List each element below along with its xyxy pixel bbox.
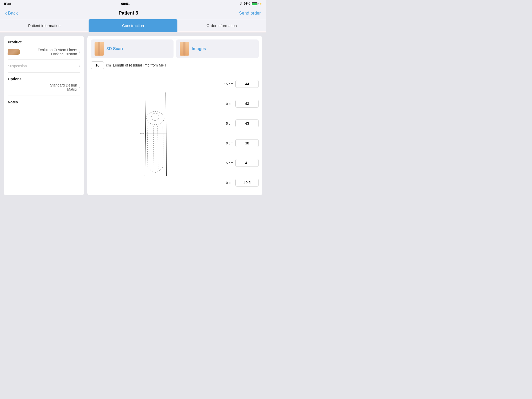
send-order-button[interactable]: Send order <box>239 11 261 16</box>
mpt-unit: cm <box>106 63 111 67</box>
status-indicators: ✗ 98% ⚡ <box>240 2 262 5</box>
svg-point-2 <box>147 111 164 124</box>
charging-icon: ⚡ <box>259 2 262 5</box>
measure-label-3: 0 cm <box>224 141 233 145</box>
scan-label: 3D Scan <box>107 46 123 51</box>
measure-label-5: 10 cm <box>224 181 233 185</box>
diagram-measurements: MPT 15 cm 10 cm 5 cm 0 cm <box>91 72 259 192</box>
options-section: Options Standard DesignMatrix › <box>8 73 80 96</box>
options-title: Options <box>8 77 80 81</box>
mpt-row: cm Length of residual limb from MPT <box>91 61 259 69</box>
images-card[interactable]: Images <box>176 39 259 58</box>
tab-bar: Patient information Construction Order i… <box>0 19 266 32</box>
notes-section: Notes <box>8 96 80 191</box>
measure-input-0[interactable] <box>235 80 259 88</box>
measurement-row-4: 5 cm <box>224 159 259 167</box>
nav-bar: ‹ Back Patient 3 Send order <box>0 7 266 19</box>
measurements-col: 15 cm 10 cm 5 cm 0 cm 5 cm <box>224 72 259 192</box>
scan-row: 3D Scan Images <box>91 39 259 58</box>
mpt-input[interactable] <box>91 61 104 69</box>
measure-input-5[interactable] <box>235 179 259 187</box>
measurement-row-1: 10 cm <box>224 100 259 108</box>
measurement-row-2: 5 cm <box>224 119 259 127</box>
left-panel: Product Evolution Custom LinersLocking C… <box>4 36 84 195</box>
measure-input-1[interactable] <box>235 100 259 108</box>
suspension-label: Suspension <box>8 64 27 68</box>
leg-diagram: MPT <box>129 88 181 176</box>
diagram-area: MPT <box>91 72 220 192</box>
page-title: Patient 3 <box>119 10 138 16</box>
scan-card[interactable]: 3D Scan <box>91 39 174 58</box>
measure-label-2: 5 cm <box>224 122 233 125</box>
scan-thumbnail <box>95 42 104 56</box>
product-title: Product <box>8 40 80 44</box>
battery-icon: ⚡ <box>252 2 262 5</box>
product-name: Evolution Custom LinersLocking Custom <box>38 48 77 56</box>
back-label: Back <box>8 11 18 16</box>
back-button[interactable]: ‹ Back <box>5 10 18 16</box>
measurement-row-5: 10 cm <box>224 179 259 187</box>
svg-line-5 <box>158 126 158 169</box>
svg-text:MPT: MPT <box>140 132 146 135</box>
back-chevron-icon: ‹ <box>5 10 7 16</box>
measure-label-0: 15 cm <box>224 82 233 86</box>
measurement-row-3: 0 cm <box>224 139 259 147</box>
svg-point-3 <box>152 113 159 121</box>
bluetooth-icon: ✗ <box>240 2 242 5</box>
suspension-chevron-icon: › <box>79 64 80 68</box>
product-left <box>8 49 20 55</box>
measure-label-4: 5 cm <box>224 161 233 165</box>
measure-label-1: 10 cm <box>224 102 233 106</box>
mpt-description: Length of residual limb from MPT <box>113 63 167 67</box>
tab-patient-information[interactable]: Patient information <box>0 19 89 32</box>
product-icon <box>8 49 21 55</box>
time-display: 08:51 <box>121 2 130 6</box>
measure-input-4[interactable] <box>235 159 259 167</box>
status-bar: iPad 08:51 ✗ 98% ⚡ <box>0 0 266 7</box>
options-value: Standard DesignMatrix <box>50 83 77 91</box>
tab-construction[interactable]: Construction <box>89 19 177 32</box>
measure-input-2[interactable] <box>235 119 259 127</box>
options-row[interactable]: Standard DesignMatrix › <box>8 83 80 91</box>
main-content: Product Evolution Custom LinersLocking C… <box>0 32 266 199</box>
device-label: iPad <box>4 2 11 6</box>
product-chevron-icon: › <box>79 50 80 54</box>
product-row[interactable]: Evolution Custom LinersLocking Custom › <box>8 46 80 59</box>
suspension-row[interactable]: Suspension › <box>8 59 80 73</box>
images-thumbnail <box>180 42 189 56</box>
tab-order-information[interactable]: Order information <box>177 19 266 32</box>
images-label: Images <box>192 46 206 51</box>
options-chevron-icon: › <box>79 85 80 90</box>
measurement-row-0: 15 cm <box>224 80 259 88</box>
measure-input-3[interactable] <box>235 139 259 147</box>
right-panel: 3D Scan Images cm Length of residual lim… <box>87 36 262 195</box>
notes-title: Notes <box>8 100 80 104</box>
svg-line-1 <box>166 92 167 176</box>
battery-percent: 98% <box>244 2 250 5</box>
